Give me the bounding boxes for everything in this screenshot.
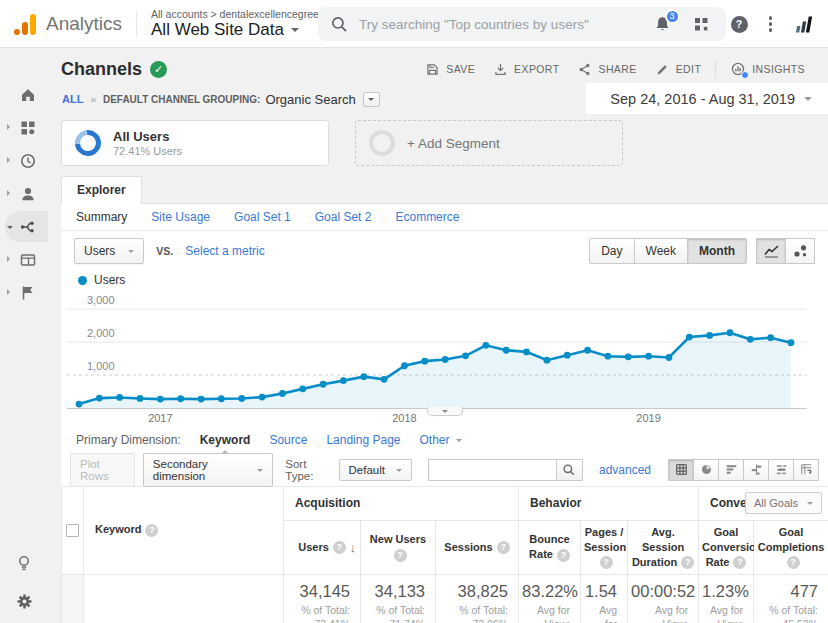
date-range-picker[interactable]: Sep 24, 2016 - Aug 31, 2019 bbox=[586, 83, 828, 114]
select-metric-link[interactable]: Select a metric bbox=[185, 244, 264, 258]
table-search-input[interactable] bbox=[428, 459, 556, 481]
plot-rows-button[interactable]: Plot Rows bbox=[70, 453, 135, 487]
subtab-ecommerce[interactable]: Ecommerce bbox=[395, 210, 459, 224]
motion-chart-view-button[interactable] bbox=[785, 238, 815, 264]
breadcrumb-all-link[interactable]: ALL bbox=[62, 93, 83, 105]
sidebar-item-customization[interactable] bbox=[0, 111, 48, 144]
save-button[interactable]: SAVE bbox=[416, 56, 484, 83]
customization-icon bbox=[19, 119, 37, 137]
total-bounce-rate: 83.22% Avg for View:82.61% (0.74%) bbox=[519, 574, 581, 623]
dimension-source[interactable]: Source bbox=[269, 433, 307, 447]
totals-checkbox-cell bbox=[62, 574, 84, 623]
chevron-down-icon bbox=[807, 502, 813, 508]
chevron-down-icon bbox=[257, 469, 263, 475]
help-icon[interactable] bbox=[557, 549, 570, 562]
table-view-button[interactable] bbox=[668, 459, 694, 481]
column-header-avg-session-duration[interactable]: Avg. Session Duration bbox=[628, 521, 699, 575]
subtab-goal-set-2[interactable]: Goal Set 2 bbox=[315, 210, 372, 224]
svg-text:3,000: 3,000 bbox=[87, 294, 115, 306]
help-icon[interactable] bbox=[394, 549, 407, 562]
svg-text:2019: 2019 bbox=[636, 412, 660, 424]
granularity-week-button[interactable]: Week bbox=[634, 238, 688, 264]
sidebar-item-audience[interactable] bbox=[0, 177, 48, 210]
help-icon[interactable] bbox=[681, 556, 694, 569]
help-icon[interactable] bbox=[497, 541, 510, 554]
percentage-view-button[interactable] bbox=[693, 459, 719, 481]
all-goals-dropdown[interactable]: All Goals bbox=[745, 492, 822, 514]
sidebar-item-behavior[interactable] bbox=[0, 243, 48, 276]
subtab-site-usage[interactable]: Site Usage bbox=[151, 210, 210, 224]
export-button[interactable]: EXPORT bbox=[484, 56, 568, 83]
metric-select-button[interactable]: Users bbox=[74, 238, 144, 264]
apps-grid-button[interactable] bbox=[693, 16, 710, 33]
account-breadcrumb: All accounts > dentalexcellencegreenb... bbox=[151, 8, 339, 20]
more-menu-button[interactable] bbox=[769, 16, 773, 32]
grouping-dropdown-button[interactable] bbox=[363, 92, 380, 107]
analytics-bars-icon bbox=[793, 15, 814, 34]
comparison-view-button[interactable] bbox=[743, 459, 769, 481]
tab-explorer[interactable]: Explorer bbox=[61, 176, 142, 204]
help-icon[interactable] bbox=[333, 541, 346, 554]
column-header-new-users[interactable]: New Users bbox=[361, 521, 436, 575]
sidebar-item-acquisition[interactable] bbox=[0, 210, 48, 243]
logo-bar-mid bbox=[22, 22, 28, 35]
dimension-keyword[interactable]: Keyword bbox=[200, 433, 251, 447]
granularity-day-button[interactable]: Day bbox=[589, 238, 634, 264]
subtab-summary[interactable]: Summary bbox=[76, 210, 127, 224]
column-header-users[interactable]: Users bbox=[284, 521, 361, 575]
property-name: All Web Site Data bbox=[151, 20, 284, 40]
add-segment-button[interactable]: + Add Segment bbox=[355, 120, 623, 166]
performance-view-button[interactable] bbox=[718, 459, 744, 481]
help-icon[interactable] bbox=[733, 556, 746, 569]
discover-lightbulb-icon[interactable] bbox=[15, 554, 33, 577]
save-icon bbox=[425, 62, 440, 77]
select-all-checkbox[interactable] bbox=[66, 524, 79, 537]
sidebar-item-realtime[interactable] bbox=[0, 144, 48, 177]
granularity-month-button[interactable]: Month bbox=[687, 238, 747, 264]
help-icon bbox=[731, 16, 748, 33]
chevron-down-icon bbox=[368, 98, 374, 104]
chevron-down-icon bbox=[128, 250, 134, 256]
total-sessions: 38,825 % of Total:72.06% (53,881) bbox=[436, 574, 519, 623]
column-header-pages-session[interactable]: Pages / Session bbox=[581, 521, 628, 575]
timeline-collapse-handle[interactable] bbox=[427, 407, 463, 416]
divider bbox=[136, 11, 137, 37]
column-header-keyword[interactable]: Keyword bbox=[84, 487, 284, 575]
sort-type-button[interactable]: Default bbox=[339, 459, 412, 481]
column-header-sessions[interactable]: Sessions bbox=[436, 521, 519, 575]
column-header-goal-completions[interactable]: Goal Completions bbox=[754, 521, 828, 575]
dimension-landing-page[interactable]: Landing Page bbox=[326, 433, 400, 447]
sidebar-item-home[interactable] bbox=[0, 78, 48, 111]
help-button[interactable] bbox=[731, 16, 748, 33]
subtab-goal-set-1[interactable]: Goal Set 1 bbox=[234, 210, 291, 224]
sort-descending-icon[interactable] bbox=[350, 539, 357, 557]
table-search-button[interactable] bbox=[556, 459, 583, 481]
help-icon[interactable] bbox=[600, 556, 613, 569]
table-search bbox=[428, 459, 583, 481]
admin-gear-icon[interactable] bbox=[15, 592, 34, 615]
expand-arrow-icon bbox=[7, 157, 13, 163]
search-icon bbox=[330, 15, 349, 34]
segment-card-all-users[interactable]: All Users 72.41% Users bbox=[61, 120, 329, 166]
diagnostics-button[interactable] bbox=[793, 15, 814, 34]
column-header-goal-conversion-rate[interactable]: Goal Conversion Rate bbox=[699, 521, 754, 575]
edit-button[interactable]: EDIT bbox=[646, 56, 711, 83]
group-header-acquisition: Acquisition bbox=[284, 487, 519, 521]
help-icon[interactable] bbox=[145, 524, 158, 537]
help-icon[interactable] bbox=[787, 556, 800, 569]
dimension-other[interactable]: Other bbox=[420, 433, 462, 447]
notifications-button[interactable]: 3 bbox=[653, 15, 672, 34]
secondary-dimension-button[interactable]: Secondary dimension bbox=[143, 453, 273, 487]
expand-arrow-icon bbox=[7, 289, 13, 295]
advanced-search-link[interactable]: advanced bbox=[599, 463, 651, 477]
line-chart-view-button[interactable] bbox=[756, 238, 786, 264]
sidebar-item-conversions[interactable] bbox=[0, 276, 48, 309]
column-header-bounce-rate[interactable]: Bounce Rate bbox=[519, 521, 581, 575]
share-button[interactable]: SHARE bbox=[568, 56, 645, 83]
term-cloud-view-button[interactable] bbox=[768, 459, 794, 481]
insights-button[interactable]: INSIGHTS bbox=[721, 55, 814, 83]
account-switcher[interactable]: All accounts > dentalexcellencegreenb...… bbox=[151, 8, 339, 40]
horizontal-bars-icon bbox=[725, 463, 738, 476]
pivot-view-button[interactable] bbox=[793, 459, 819, 481]
google-analytics-logo-icon[interactable] bbox=[14, 13, 36, 35]
